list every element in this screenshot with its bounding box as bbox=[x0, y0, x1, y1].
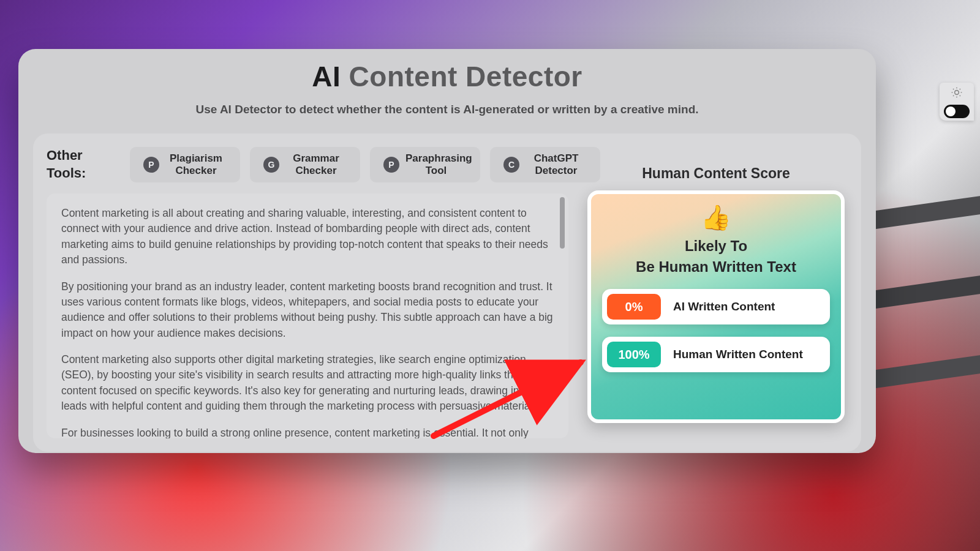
human-score-label: Human Written Content bbox=[673, 348, 803, 361]
score-title: Human Content Score bbox=[642, 165, 790, 182]
human-percent-badge: 100% bbox=[607, 342, 661, 367]
score-card: 👍 Likely To Be Human Written Text 0% AI … bbox=[587, 190, 845, 423]
tool-badge: G bbox=[263, 157, 279, 173]
paragraph: By positioning your brand as an industry… bbox=[61, 279, 554, 342]
page-subtitle: Use AI Detector to detect whether the co… bbox=[18, 103, 876, 116]
tools-label: Other Tools: bbox=[47, 147, 120, 182]
ai-score-label: AI Written Content bbox=[673, 300, 775, 313]
title-rest: Content Detector bbox=[341, 61, 582, 92]
inner-panel: Other Tools: P Plagiarism Checker G Gram… bbox=[33, 133, 861, 452]
svg-point-0 bbox=[955, 91, 959, 95]
tool-paraphrasing[interactable]: P Paraphrasing Tool bbox=[370, 147, 480, 182]
human-score-bar: 100% Human Written Content bbox=[602, 337, 830, 372]
paragraph: Content marketing is all about creating … bbox=[61, 206, 554, 268]
tool-badge: P bbox=[383, 157, 399, 173]
ai-score-bar: 0% AI Written Content bbox=[602, 289, 830, 324]
sun-icon bbox=[951, 86, 963, 101]
tool-badge: C bbox=[503, 157, 519, 173]
tool-label: Plagiarism Checker bbox=[165, 152, 227, 176]
score-column: Human Content Score 👍 Likely To Be Human… bbox=[584, 193, 848, 438]
content-textarea[interactable]: Content marketing is all about creating … bbox=[47, 193, 568, 438]
tool-badge: P bbox=[143, 157, 159, 173]
verdict-line1: Likely To bbox=[685, 238, 747, 254]
ai-percent-badge: 0% bbox=[607, 294, 661, 320]
thumbs-up-icon: 👍 bbox=[701, 205, 731, 230]
tool-label: Grammar Checker bbox=[285, 152, 347, 176]
paragraph: For businesses looking to build a strong… bbox=[61, 425, 554, 439]
tool-grammar-checker[interactable]: G Grammar Checker bbox=[250, 147, 360, 182]
verdict-text: Likely To Be Human Written Text bbox=[636, 236, 796, 277]
scrollbar-thumb[interactable] bbox=[560, 197, 565, 249]
tool-chatgpt-detector[interactable]: C ChatGPT Detector bbox=[490, 147, 600, 182]
theme-switcher[interactable] bbox=[940, 83, 974, 121]
paragraph: Content marketing also supports other di… bbox=[61, 352, 554, 414]
tool-label: ChatGPT Detector bbox=[526, 152, 587, 176]
verdict-line2: Be Human Written Text bbox=[636, 258, 796, 275]
app-card: AI Content Detector Use AI Detector to d… bbox=[18, 49, 876, 453]
title-ai: AI bbox=[312, 61, 341, 92]
tool-label: Paraphrasing Tool bbox=[405, 152, 467, 176]
content-wrap: Content marketing is all about creating … bbox=[47, 193, 848, 438]
page-title: AI Content Detector bbox=[18, 60, 876, 93]
tool-plagiarism-checker[interactable]: P Plagiarism Checker bbox=[130, 147, 240, 182]
dark-mode-toggle[interactable] bbox=[944, 105, 970, 118]
